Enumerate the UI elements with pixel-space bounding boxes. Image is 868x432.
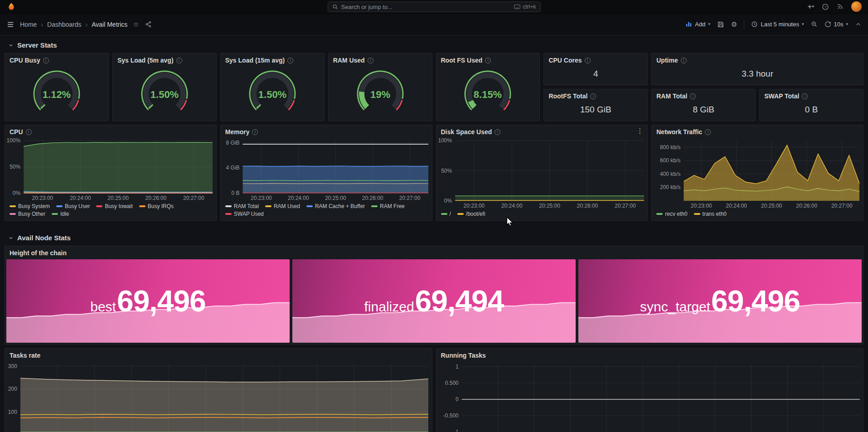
panel-running: Running Tasks10.5000-0.500-1	[436, 348, 864, 432]
legend-item[interactable]: /	[441, 211, 451, 217]
legend-label: Busy IRQs	[148, 203, 174, 209]
bigstat: best69,496	[90, 286, 206, 316]
legend-item[interactable]: RAM Cache + Buffer	[306, 203, 365, 209]
zoom-out-icon[interactable]	[811, 21, 818, 28]
panel-title[interactable]: CPU	[10, 128, 23, 136]
info-icon[interactable]: i	[485, 58, 491, 63]
panel-title[interactable]: Running Tasks	[441, 352, 486, 359]
add-button[interactable]: Add ▾	[685, 21, 710, 28]
panel-title[interactable]: Network Traffic	[656, 128, 702, 136]
panel-head: Uptimei	[652, 53, 863, 65]
search-bar[interactable]: ctrl+k	[328, 1, 541, 12]
info-icon[interactable]: i	[802, 93, 808, 99]
panel-title[interactable]: Height of the chain	[10, 249, 67, 257]
legend-item[interactable]: Busy System	[10, 203, 50, 209]
info-icon[interactable]: i	[368, 58, 373, 63]
svg-text:20:26:00: 20:26:00	[145, 195, 167, 201]
stat-sync-target: sync_target69,496	[578, 259, 862, 343]
share-icon[interactable]	[145, 21, 152, 28]
chevron-right-icon: ›	[41, 21, 43, 28]
news-rss-icon[interactable]	[837, 3, 844, 10]
refresh-control[interactable]: 10s ▾	[824, 21, 849, 28]
info-icon[interactable]: i	[495, 129, 500, 135]
panel-rootfs-total: RootFS Totali150 GiB	[543, 89, 648, 121]
new-button[interactable]: +▾	[808, 3, 814, 10]
info-icon[interactable]: i	[690, 93, 696, 99]
settings-gear-icon[interactable]: ⚙	[731, 20, 737, 29]
bigstat: finalized69,494	[364, 286, 504, 316]
info-icon[interactable]: i	[590, 93, 596, 99]
panel-title[interactable]: Disk Space Used	[441, 128, 492, 136]
legend-item[interactable]: Busy User	[56, 203, 90, 209]
gauge-viz: 1.50%	[229, 68, 315, 118]
info-icon[interactable]: i	[26, 129, 32, 135]
legend-item[interactable]: RAM Used	[265, 203, 300, 209]
hamburger-menu-icon[interactable]	[6, 20, 15, 29]
star-icon[interactable]: ☆	[133, 20, 139, 29]
info-icon[interactable]: i	[287, 58, 293, 63]
legend-swatch	[457, 213, 464, 215]
panel-title[interactable]: RAM Used	[333, 57, 365, 64]
panel-head: Disk Space Usedi	[436, 125, 648, 137]
search-input[interactable]	[341, 3, 511, 10]
panel-head: Height of the chain	[5, 246, 863, 258]
legend-swatch	[139, 205, 145, 207]
panel-title[interactable]: Uptime	[656, 57, 678, 64]
svg-text:0%: 0%	[13, 190, 21, 196]
gauge-viz: 1.12%	[14, 68, 100, 118]
time-range-picker[interactable]: Last 5 minutes ▾	[751, 21, 804, 28]
legend-item[interactable]: /boot/efi	[457, 211, 485, 217]
gauge-viz: 1.50%	[121, 68, 208, 118]
panel-title[interactable]: Tasks rate	[10, 352, 40, 359]
save-dashboard-icon[interactable]	[717, 21, 724, 28]
legend-item[interactable]: recv eth0	[656, 211, 687, 217]
panel-title[interactable]: CPU Cores	[548, 57, 582, 64]
user-avatar[interactable]	[851, 1, 862, 12]
svg-text:20:25:00: 20:25:00	[107, 195, 129, 201]
panel-title[interactable]: Memory	[225, 128, 250, 136]
chart-area: 0 B4 GiB8 GiB20:23:0020:24:0020:25:0020:…	[221, 137, 432, 203]
legend-swatch	[56, 205, 63, 207]
legend-item[interactable]: SWAP Used	[225, 211, 264, 217]
stat-best: best69,496	[6, 259, 290, 343]
info-icon[interactable]: i	[176, 58, 182, 63]
legend-item[interactable]: Busy IRQs	[139, 203, 174, 209]
panel-title[interactable]: CPU Busy	[10, 57, 40, 64]
panel-title[interactable]: SWAP Total	[764, 92, 799, 100]
panel-title[interactable]: Sys Load (15m avg)	[225, 57, 285, 64]
svg-text:600 kb/s: 600 kb/s	[660, 157, 680, 164]
legend-item[interactable]: trans eth0	[694, 211, 727, 217]
panel-tasks: Tasks rate0100200300	[5, 348, 432, 432]
section-server-stats[interactable]: Server Stats	[0, 35, 868, 53]
info-icon[interactable]: i	[585, 58, 591, 63]
panel-title[interactable]: Root FS Used	[441, 57, 483, 64]
svg-text:-1: -1	[454, 429, 459, 432]
grafana-logo-icon[interactable]	[6, 2, 16, 12]
chevron-up-icon[interactable]	[855, 21, 862, 28]
panel-title[interactable]: Sys Load (5m avg)	[117, 57, 174, 64]
info-icon[interactable]: i	[681, 58, 687, 63]
section-avail-node-stats[interactable]: Avail Node Stats	[0, 224, 868, 246]
legend-item[interactable]: RAM Total	[225, 203, 259, 209]
memory-plot: 0 B4 GiB8 GiB20:23:0020:24:0020:25:0020:…	[221, 137, 432, 203]
panel-head: Sys Load (5m avg)i	[113, 53, 216, 65]
breadcrumb-home[interactable]: Home	[20, 21, 37, 28]
legend-item[interactable]: Busy Other	[10, 211, 45, 217]
svg-text:300: 300	[8, 363, 17, 369]
help-icon[interactable]: ?	[822, 3, 829, 10]
info-icon[interactable]: i	[43, 58, 49, 63]
legend-item[interactable]: RAM Free	[371, 203, 405, 209]
stat-value: 69,494	[415, 286, 504, 316]
panel-title[interactable]: RootFS Total	[548, 92, 587, 100]
info-icon[interactable]: i	[705, 129, 711, 135]
breadcrumb-current: Avail Metrics	[92, 21, 127, 28]
stat-finalized: finalized69,494	[292, 259, 576, 343]
info-icon[interactable]: i	[252, 129, 258, 135]
panel-menu-icon[interactable]: ⋮	[636, 127, 643, 134]
caret-down-icon: ▾	[846, 22, 848, 26]
breadcrumb: Home › Dashboards › Avail Metrics	[20, 21, 127, 28]
panel-title[interactable]: RAM Total	[656, 92, 687, 100]
legend-item[interactable]: Idle	[52, 211, 69, 217]
breadcrumb-dashboards[interactable]: Dashboards	[47, 21, 82, 28]
legend-item[interactable]: Busy Iowait	[96, 203, 132, 209]
